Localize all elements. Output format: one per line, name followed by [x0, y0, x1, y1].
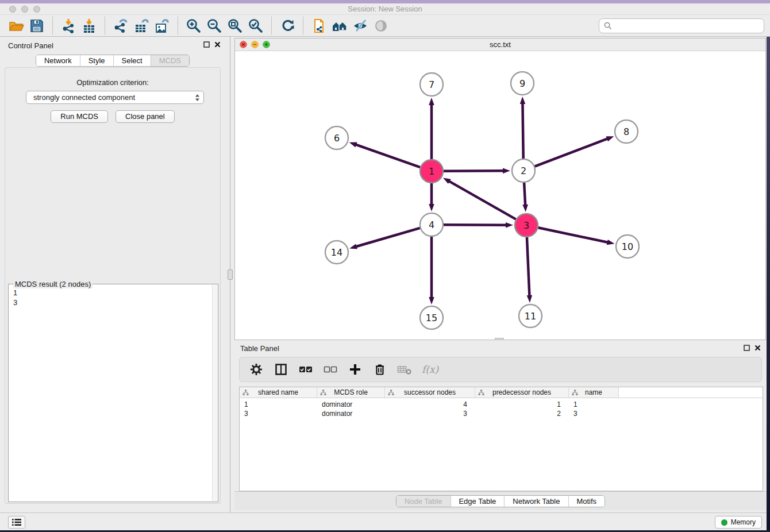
edge-4-14[interactable] [355, 228, 420, 247]
first-neighbors-icon[interactable] [329, 16, 350, 36]
network-minimize-icon[interactable] [251, 41, 259, 48]
node-2[interactable]: 2 [512, 159, 535, 182]
criterion-dropdown[interactable]: strongly connected component [26, 91, 204, 104]
cell[interactable]: dominator [317, 400, 385, 408]
fit-content-icon[interactable] [225, 16, 245, 36]
edge-3-1[interactable] [448, 180, 516, 219]
node-8[interactable]: 8 [615, 120, 638, 143]
network-view-window: scc.txt 7968124314101511 [234, 38, 766, 340]
table-row[interactable]: 3dominator323 [240, 409, 763, 418]
edge-4-3[interactable] [444, 225, 507, 225]
cell[interactable]: 3 [385, 410, 475, 418]
svg-text:14: 14 [331, 247, 342, 258]
node-1[interactable]: 1 [420, 160, 443, 183]
network-window-grip[interactable] [495, 338, 504, 340]
node-15[interactable]: 15 [420, 306, 443, 329]
node-14[interactable]: 14 [325, 241, 348, 264]
cell[interactable]: 4 [385, 400, 475, 408]
show-hidden-icon[interactable] [371, 16, 391, 36]
zoom-selected-icon[interactable] [245, 16, 266, 36]
show-columns-icon[interactable] [274, 362, 288, 377]
tab-style[interactable]: Style [80, 55, 113, 66]
column-header-successor-nodes[interactable]: successor nodes [385, 387, 475, 398]
network-canvas[interactable]: 7968124314101511 [235, 51, 765, 340]
node-7[interactable]: 7 [420, 73, 443, 96]
node-4[interactable]: 4 [420, 213, 443, 236]
select-all-icon[interactable] [298, 362, 313, 377]
edge-3-10[interactable] [538, 228, 609, 242]
cell[interactable]: 1 [475, 400, 569, 408]
network-window-title: scc.txt [235, 38, 765, 51]
tab-motifs[interactable]: Motifs [568, 496, 605, 507]
cell[interactable]: 3 [569, 410, 619, 418]
node-9[interactable]: 9 [511, 72, 534, 95]
column-header-predecessor-nodes[interactable]: predecessor nodes [475, 387, 569, 398]
task-history-button[interactable] [8, 516, 25, 529]
import-table-icon[interactable] [79, 16, 99, 36]
search-field[interactable] [599, 18, 764, 33]
network-maximize-icon[interactable] [263, 41, 270, 48]
zoom-out-icon[interactable] [204, 16, 225, 36]
apply-layout-icon[interactable] [277, 16, 298, 36]
edge-3-11[interactable] [527, 237, 530, 297]
edge-1-6[interactable] [355, 144, 420, 167]
table-row[interactable]: 1dominator411 [240, 400, 763, 409]
column-header-MCDS-role[interactable]: MCDS role [317, 387, 385, 398]
edge-arrow-2-8 [606, 136, 614, 141]
tab-mcds[interactable]: MCDS [151, 55, 189, 66]
app-titlebar: Session: New Session [0, 3, 770, 15]
clone-network-icon[interactable] [309, 16, 329, 36]
edge-2-9[interactable] [522, 102, 523, 159]
cell[interactable]: 3 [240, 410, 317, 418]
node-3[interactable]: 3 [515, 214, 538, 237]
delete-row-icon[interactable] [372, 362, 387, 377]
export-image-icon[interactable] [152, 16, 172, 36]
window-minimize-button[interactable] [21, 6, 28, 13]
memory-button[interactable]: Memory [715, 516, 762, 529]
tab-edge-table[interactable]: Edge Table [450, 496, 504, 507]
open-session-icon[interactable] [6, 16, 26, 36]
export-table-icon[interactable] [131, 16, 152, 36]
cell[interactable]: 1 [240, 400, 317, 408]
cell[interactable]: dominator [317, 410, 385, 418]
float-panel-icon[interactable] [203, 41, 210, 48]
mcds-result-text[interactable]: 13 [9, 286, 212, 500]
svg-text:1: 1 [429, 166, 434, 177]
search-input[interactable] [615, 22, 759, 30]
hide-selected-icon[interactable] [350, 16, 371, 36]
tab-select[interactable]: Select [113, 55, 151, 66]
result-scrollbar[interactable] [212, 285, 217, 501]
node-6[interactable]: 6 [325, 126, 348, 149]
tab-network[interactable]: Network [36, 55, 80, 66]
add-row-icon[interactable] [348, 362, 363, 377]
splitter-handle[interactable] [228, 269, 233, 280]
close-panel-icon[interactable] [214, 41, 221, 48]
node-11[interactable]: 11 [519, 304, 542, 327]
network-window-titlebar[interactable]: scc.txt [235, 38, 765, 51]
node-10[interactable]: 10 [616, 235, 639, 258]
close-table-panel-icon[interactable] [754, 345, 761, 351]
zoom-in-icon[interactable] [183, 16, 204, 36]
window-zoom-button[interactable] [33, 6, 40, 13]
column-header-name[interactable]: name [569, 387, 619, 398]
table-settings-gear-icon[interactable] [249, 362, 264, 377]
close-panel-button[interactable]: Close panel [116, 110, 175, 123]
network-close-icon[interactable] [240, 41, 247, 48]
status-bar: Memory [0, 512, 767, 530]
edge-1-2[interactable] [444, 171, 505, 171]
edge-2-3[interactable] [524, 183, 525, 206]
edge-2-8[interactable] [535, 138, 609, 167]
window-close-button[interactable] [9, 6, 16, 13]
save-session-icon[interactable] [26, 16, 47, 36]
panel-splitter[interactable] [225, 37, 234, 512]
deselect-all-icon[interactable] [323, 362, 338, 377]
run-mcds-button[interactable]: Run MCDS [51, 110, 108, 123]
tab-node-table[interactable]: Node Table [396, 496, 451, 507]
import-network-icon[interactable] [58, 16, 79, 36]
float-table-panel-icon[interactable] [744, 345, 750, 351]
cell[interactable]: 1 [569, 400, 619, 408]
column-header-shared-name[interactable]: shared name [240, 387, 317, 398]
cell[interactable]: 2 [475, 410, 569, 418]
export-network-icon[interactable] [110, 16, 131, 36]
tab-network-table[interactable]: Network Table [504, 496, 568, 507]
